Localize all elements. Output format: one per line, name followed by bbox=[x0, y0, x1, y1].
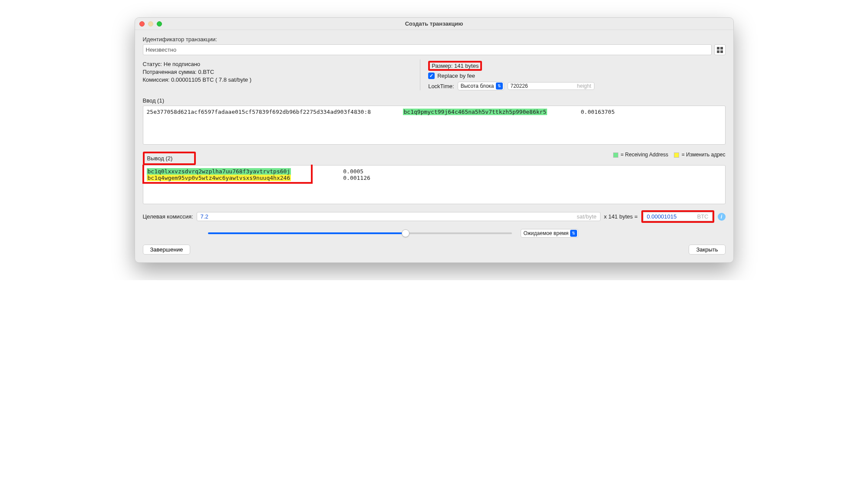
titlebar: Создать транзакцию bbox=[135, 18, 733, 30]
status-column: Статус: Не подписано Потраченная сумма: … bbox=[143, 60, 403, 90]
maximize-window-icon[interactable] bbox=[157, 21, 162, 26]
output-row-1: bc1q4wgem95vp0v5wtz4wc6yawtvsxs9nuuq4hx2… bbox=[147, 175, 722, 181]
close-window-icon[interactable] bbox=[139, 21, 145, 26]
locktime-type-value: Высота блока bbox=[461, 83, 494, 89]
qr-icon bbox=[717, 47, 723, 53]
btc-total-box[interactable]: 0.00001015 BTC bbox=[643, 212, 713, 221]
locktime-type-select[interactable]: Высота блока ⇅ bbox=[458, 82, 504, 90]
chevron-updown-icon: ⇅ bbox=[496, 83, 503, 89]
locktime-label: LockTime: bbox=[428, 83, 454, 89]
output-address-1: bc1q4wgem95vp0v5wtz4wc6yawtvsxs9nuuq4hx2… bbox=[147, 175, 291, 181]
fee-slider-thumb[interactable] bbox=[402, 229, 409, 237]
outputs-header-highlight: Вывод (2) bbox=[143, 152, 196, 165]
target-fee-value: 7.2 bbox=[201, 213, 208, 220]
size-highlight: Размер: 141 bytes bbox=[428, 61, 482, 71]
target-fee-unit: sat/byte bbox=[577, 213, 597, 220]
btc-highlight: 0.00001015 BTC bbox=[641, 210, 714, 223]
expected-time-select[interactable]: Ожидаемое время ⇅ bbox=[521, 229, 579, 238]
qr-button[interactable] bbox=[714, 44, 726, 55]
fee-slider-fill bbox=[208, 232, 406, 234]
chevron-updown-icon: ⇅ bbox=[570, 230, 577, 237]
output-amount-0: 0.0005 bbox=[343, 168, 363, 175]
rbf-checkbox[interactable] bbox=[428, 73, 435, 79]
spent-line: Потраченная сумма: 0.BTC bbox=[143, 69, 403, 75]
minimize-window-icon[interactable] bbox=[148, 21, 153, 26]
output-address-0: bc1q0lxxvzsdvrq2wzplha7uu768f3yavtrvtps6… bbox=[147, 168, 291, 175]
output-row-0: bc1q0lxxvzsdvrq2wzplha7uu768f3yavtrvtps6… bbox=[147, 168, 722, 175]
transaction-window: Создать транзакцию Идентификатор транзак… bbox=[135, 17, 734, 263]
txid-label: Идентификатор транзакции: bbox=[143, 36, 726, 43]
btc-total-unit: BTC bbox=[697, 213, 709, 220]
output-amount-1: 0.001126 bbox=[343, 175, 370, 181]
locktime-input[interactable]: 720226 height bbox=[508, 82, 594, 90]
legend-receiving: = Receiving Address bbox=[620, 152, 668, 158]
status-line: Статус: Не подписано bbox=[143, 61, 403, 67]
legend-change: = Изменить адрес bbox=[682, 152, 726, 158]
target-fee-label: Целевая комиссия: bbox=[143, 213, 193, 220]
txid-field[interactable]: Неизвестно bbox=[143, 44, 712, 55]
locktime-value: 720226 bbox=[511, 83, 528, 89]
target-fee-mult: x 141 bytes = bbox=[604, 213, 638, 220]
inputs-box[interactable]: 25e377058d621acf6597fadaae015cf57839f692… bbox=[143, 106, 726, 145]
window-controls bbox=[139, 21, 162, 26]
legend-green-swatch bbox=[613, 152, 618, 158]
target-fee-input[interactable]: 7.2 sat/byte bbox=[197, 212, 601, 221]
finish-button[interactable]: Завершение bbox=[143, 245, 191, 255]
fee-line: Комиссия: 0.00001105 BTC ( 7.8 sat/byte … bbox=[143, 76, 403, 83]
legend-yellow-swatch bbox=[674, 152, 679, 158]
legend: = Receiving Address = Изменить адрес bbox=[613, 152, 726, 158]
window-title: Создать транзакцию bbox=[139, 20, 729, 27]
close-button[interactable]: Закрыть bbox=[689, 245, 725, 255]
content-area: Идентификатор транзакции: Неизвестно Ста… bbox=[135, 30, 733, 262]
expected-time-label: Ожидаемое время bbox=[524, 230, 569, 236]
input-txref: 25e377058d621acf6597fadaae015cf57839f692… bbox=[147, 109, 390, 115]
outputs-header: Вывод (2) bbox=[147, 155, 173, 162]
info-icon[interactable]: i bbox=[718, 213, 726, 221]
rbf-label: Replace by fee bbox=[437, 73, 475, 79]
outputs-box[interactable]: bc1q0lxxvzsdvrq2wzplha7uu768f3yavtrvtps6… bbox=[143, 165, 726, 204]
btc-total-value: 0.00001015 bbox=[647, 213, 677, 220]
input-address: bc1q9pmyct99j64c465na5h5v7ttkzh5p990e86k… bbox=[403, 109, 548, 115]
input-row: 25e377058d621acf6597fadaae015cf57839f692… bbox=[147, 109, 722, 115]
locktime-unit: height bbox=[577, 83, 591, 89]
fee-slider[interactable] bbox=[208, 232, 512, 234]
inputs-header: Ввод (1) bbox=[143, 97, 726, 104]
size-column: Размер: 141 bytes Replace by fee LockTim… bbox=[420, 60, 725, 90]
input-amount: 0.00163705 bbox=[581, 109, 722, 115]
